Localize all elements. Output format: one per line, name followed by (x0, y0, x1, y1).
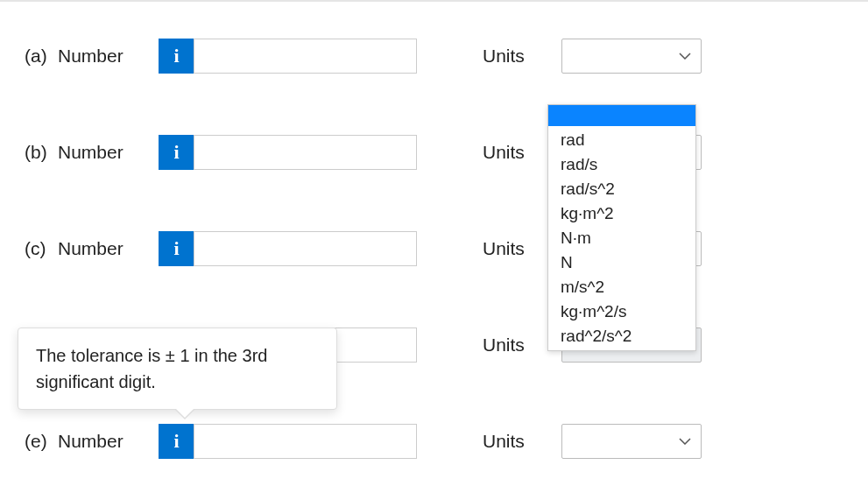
dropdown-option[interactable]: rad/s^2 (561, 177, 683, 201)
dropdown-option[interactable]: rad^2/s^2 (561, 324, 683, 349)
number-label: Number (58, 142, 159, 163)
tooltip-text: The tolerance is ± 1 in the 3rd signific… (36, 346, 267, 391)
answer-row-a: (a) Number i Units (18, 39, 850, 74)
dropdown-option[interactable]: kg·m^2/s (561, 299, 683, 324)
number-input[interactable] (194, 39, 417, 74)
dropdown-option-blank[interactable] (548, 105, 695, 126)
answer-row-c: (c) Number i Units (18, 231, 850, 266)
number-label: Number (58, 238, 159, 259)
units-label: Units (483, 46, 561, 67)
dropdown-option[interactable]: kg·m^2 (561, 201, 683, 226)
part-label: (a) (18, 46, 58, 67)
answer-row-e: (e) Number i Units (18, 424, 850, 459)
number-label: Number (58, 46, 159, 67)
units-label: Units (483, 431, 561, 452)
answer-row-b: (b) Number i Units (18, 135, 850, 170)
tolerance-tooltip: The tolerance is ± 1 in the 3rd signific… (18, 327, 337, 410)
dropdown-option[interactable]: m/s^2 (561, 275, 683, 299)
answer-form: (a) Number i Units (b) Number i Units (0, 7, 868, 490)
info-icon[interactable]: i (159, 39, 194, 74)
number-input[interactable] (194, 135, 417, 170)
part-label: (b) (18, 142, 58, 163)
units-dropdown-panel: rad rad/s rad/s^2 kg·m^2 N·m N m/s^2 kg·… (547, 104, 696, 351)
unit-select[interactable] (561, 424, 702, 459)
info-icon[interactable]: i (159, 135, 194, 170)
unit-select[interactable] (561, 39, 702, 74)
dropdown-option[interactable]: rad/s (561, 152, 683, 177)
dropdown-option[interactable]: rad (561, 128, 683, 152)
number-label: Number (58, 431, 159, 452)
dropdown-option[interactable]: N·m (561, 226, 683, 250)
number-input[interactable] (194, 424, 417, 459)
info-icon[interactable]: i (159, 231, 194, 266)
info-icon[interactable]: i (159, 424, 194, 459)
part-label: (c) (18, 238, 58, 259)
number-input[interactable] (194, 231, 417, 266)
part-label: (e) (18, 431, 58, 452)
dropdown-option[interactable]: N (561, 250, 683, 275)
